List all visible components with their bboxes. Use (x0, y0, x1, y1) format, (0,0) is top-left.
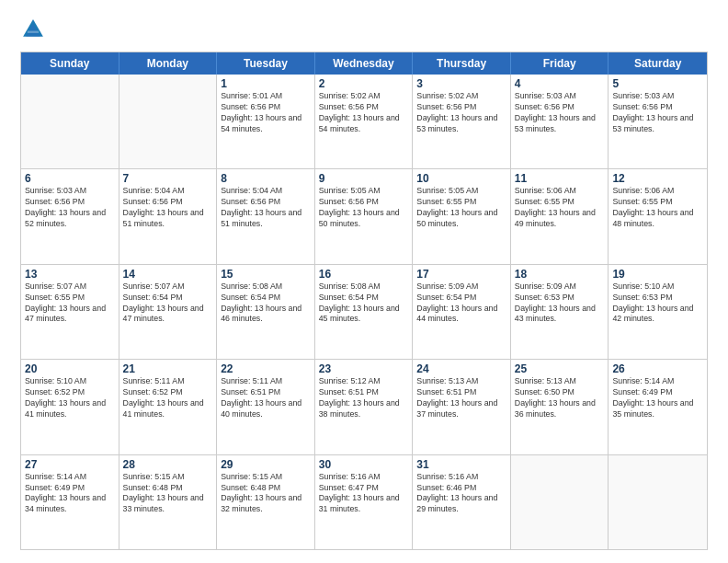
day-number: 30 (319, 458, 409, 471)
day-cell-10: 10Sunrise: 5:05 AMSunset: 6:55 PMDayligh… (413, 169, 511, 263)
day-number: 25 (515, 362, 605, 375)
empty-cell (119, 75, 218, 168)
cell-info: Sunrise: 5:13 AMSunset: 6:50 PMDaylight:… (515, 376, 605, 420)
day-number: 9 (319, 172, 409, 185)
header (20, 17, 708, 42)
header-day-wednesday: Wednesday (315, 52, 414, 75)
day-number: 1 (221, 77, 311, 90)
day-number: 12 (612, 172, 703, 185)
day-cell-20: 20Sunrise: 5:10 AMSunset: 6:52 PMDayligh… (21, 360, 119, 454)
day-cell-4: 4Sunrise: 5:03 AMSunset: 6:56 PMDaylight… (511, 75, 609, 168)
calendar: SundayMondayTuesdayWednesdayThursdayFrid… (20, 52, 708, 550)
day-cell-9: 9Sunrise: 5:05 AMSunset: 6:56 PMDaylight… (315, 169, 414, 263)
day-cell-30: 30Sunrise: 5:16 AMSunset: 6:47 PMDayligh… (315, 455, 414, 549)
day-cell-31: 31Sunrise: 5:16 AMSunset: 6:46 PMDayligh… (413, 455, 511, 549)
calendar-row-3: 20Sunrise: 5:10 AMSunset: 6:52 PMDayligh… (21, 360, 707, 454)
day-number: 6 (25, 172, 115, 185)
empty-cell (511, 455, 609, 549)
day-number: 7 (123, 172, 213, 185)
day-number: 4 (515, 77, 605, 90)
day-cell-13: 13Sunrise: 5:07 AMSunset: 6:55 PMDayligh… (21, 265, 119, 359)
cell-info: Sunrise: 5:03 AMSunset: 6:56 PMDaylight:… (515, 91, 605, 135)
cell-info: Sunrise: 5:04 AMSunset: 6:56 PMDaylight:… (123, 186, 213, 230)
page: SundayMondayTuesdayWednesdayThursdayFrid… (0, 0, 728, 563)
day-number: 20 (25, 362, 115, 375)
day-cell-1: 1Sunrise: 5:01 AMSunset: 6:56 PMDaylight… (217, 75, 315, 168)
cell-info: Sunrise: 5:02 AMSunset: 6:56 PMDaylight:… (416, 91, 506, 135)
day-cell-12: 12Sunrise: 5:06 AMSunset: 6:55 PMDayligh… (609, 169, 707, 263)
day-cell-27: 27Sunrise: 5:14 AMSunset: 6:49 PMDayligh… (21, 455, 119, 549)
empty-cell (609, 455, 707, 549)
cell-info: Sunrise: 5:08 AMSunset: 6:54 PMDaylight:… (221, 282, 311, 326)
header-day-tuesday: Tuesday (217, 52, 315, 75)
day-cell-3: 3Sunrise: 5:02 AMSunset: 6:56 PMDaylight… (413, 75, 511, 168)
day-number: 27 (25, 458, 115, 471)
cell-info: Sunrise: 5:01 AMSunset: 6:56 PMDaylight:… (221, 91, 311, 135)
day-cell-7: 7Sunrise: 5:04 AMSunset: 6:56 PMDaylight… (119, 169, 218, 263)
day-number: 21 (123, 362, 213, 375)
cell-info: Sunrise: 5:03 AMSunset: 6:56 PMDaylight:… (25, 186, 115, 230)
day-number: 17 (416, 268, 506, 281)
cell-info: Sunrise: 5:16 AMSunset: 6:46 PMDaylight:… (416, 472, 506, 516)
cell-info: Sunrise: 5:09 AMSunset: 6:54 PMDaylight:… (416, 282, 506, 326)
day-number: 31 (416, 458, 506, 471)
cell-info: Sunrise: 5:06 AMSunset: 6:55 PMDaylight:… (612, 186, 703, 230)
header-day-monday: Monday (119, 52, 218, 75)
day-cell-24: 24Sunrise: 5:13 AMSunset: 6:51 PMDayligh… (413, 360, 511, 454)
day-cell-18: 18Sunrise: 5:09 AMSunset: 6:53 PMDayligh… (511, 265, 609, 359)
day-number: 18 (515, 268, 605, 281)
cell-info: Sunrise: 5:14 AMSunset: 6:49 PMDaylight:… (612, 376, 703, 420)
day-cell-15: 15Sunrise: 5:08 AMSunset: 6:54 PMDayligh… (217, 265, 315, 359)
day-cell-28: 28Sunrise: 5:15 AMSunset: 6:48 PMDayligh… (119, 455, 218, 549)
day-cell-23: 23Sunrise: 5:12 AMSunset: 6:51 PMDayligh… (315, 360, 414, 454)
day-cell-22: 22Sunrise: 5:11 AMSunset: 6:51 PMDayligh… (217, 360, 315, 454)
calendar-header: SundayMondayTuesdayWednesdayThursdayFrid… (21, 52, 707, 75)
calendar-body: 1Sunrise: 5:01 AMSunset: 6:56 PMDaylight… (21, 75, 707, 549)
day-number: 26 (612, 362, 703, 375)
svg-rect-2 (28, 31, 39, 33)
day-number: 16 (319, 268, 409, 281)
day-number: 3 (416, 77, 506, 90)
day-number: 28 (123, 458, 213, 471)
cell-info: Sunrise: 5:07 AMSunset: 6:54 PMDaylight:… (123, 282, 213, 326)
cell-info: Sunrise: 5:06 AMSunset: 6:55 PMDaylight:… (515, 186, 605, 230)
header-day-saturday: Saturday (609, 52, 707, 75)
day-number: 24 (416, 362, 506, 375)
cell-info: Sunrise: 5:15 AMSunset: 6:48 PMDaylight:… (123, 472, 213, 516)
day-cell-2: 2Sunrise: 5:02 AMSunset: 6:56 PMDaylight… (315, 75, 414, 168)
logo (20, 17, 51, 42)
cell-info: Sunrise: 5:10 AMSunset: 6:53 PMDaylight:… (612, 282, 703, 326)
cell-info: Sunrise: 5:02 AMSunset: 6:56 PMDaylight:… (319, 91, 409, 135)
day-number: 11 (515, 172, 605, 185)
day-cell-11: 11Sunrise: 5:06 AMSunset: 6:55 PMDayligh… (511, 169, 609, 263)
empty-cell (21, 75, 119, 168)
day-number: 5 (612, 77, 703, 90)
day-number: 23 (319, 362, 409, 375)
cell-info: Sunrise: 5:07 AMSunset: 6:55 PMDaylight:… (25, 282, 115, 326)
cell-info: Sunrise: 5:08 AMSunset: 6:54 PMDaylight:… (319, 282, 409, 326)
day-cell-25: 25Sunrise: 5:13 AMSunset: 6:50 PMDayligh… (511, 360, 609, 454)
day-number: 13 (25, 268, 115, 281)
header-day-sunday: Sunday (21, 52, 119, 75)
cell-info: Sunrise: 5:14 AMSunset: 6:49 PMDaylight:… (25, 472, 115, 516)
day-number: 14 (123, 268, 213, 281)
day-cell-19: 19Sunrise: 5:10 AMSunset: 6:53 PMDayligh… (609, 265, 707, 359)
calendar-row-0: 1Sunrise: 5:01 AMSunset: 6:56 PMDaylight… (21, 75, 707, 169)
day-number: 10 (416, 172, 506, 185)
calendar-row-4: 27Sunrise: 5:14 AMSunset: 6:49 PMDayligh… (21, 455, 707, 549)
day-cell-14: 14Sunrise: 5:07 AMSunset: 6:54 PMDayligh… (119, 265, 218, 359)
header-day-thursday: Thursday (413, 52, 511, 75)
cell-info: Sunrise: 5:09 AMSunset: 6:53 PMDaylight:… (515, 282, 605, 326)
cell-info: Sunrise: 5:03 AMSunset: 6:56 PMDaylight:… (612, 91, 703, 135)
header-day-friday: Friday (511, 52, 609, 75)
day-cell-5: 5Sunrise: 5:03 AMSunset: 6:56 PMDaylight… (609, 75, 707, 168)
day-number: 15 (221, 268, 311, 281)
calendar-row-1: 6Sunrise: 5:03 AMSunset: 6:56 PMDaylight… (21, 169, 707, 264)
cell-info: Sunrise: 5:11 AMSunset: 6:52 PMDaylight:… (123, 376, 213, 420)
cell-info: Sunrise: 5:16 AMSunset: 6:47 PMDaylight:… (319, 472, 409, 516)
cell-info: Sunrise: 5:04 AMSunset: 6:56 PMDaylight:… (221, 186, 311, 230)
cell-info: Sunrise: 5:15 AMSunset: 6:48 PMDaylight:… (221, 472, 311, 516)
day-number: 29 (221, 458, 311, 471)
calendar-row-2: 13Sunrise: 5:07 AMSunset: 6:55 PMDayligh… (21, 265, 707, 360)
cell-info: Sunrise: 5:05 AMSunset: 6:56 PMDaylight:… (319, 186, 409, 230)
